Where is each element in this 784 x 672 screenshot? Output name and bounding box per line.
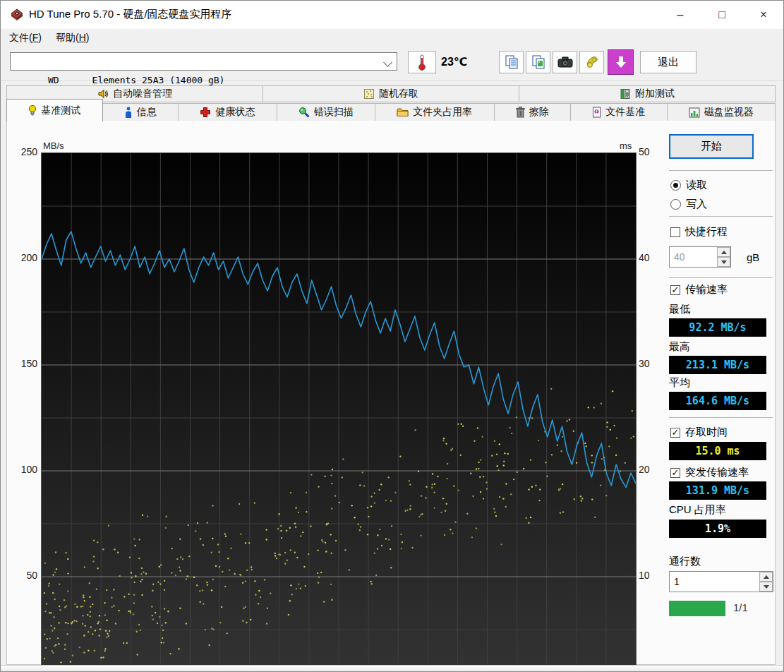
tab-file-benchmark[interactable]: 文件基准 — [571, 103, 668, 121]
burst-rate-label: 突发传输速率 — [685, 466, 749, 479]
lightbulb-icon — [28, 104, 37, 116]
min-label: 最低 — [669, 303, 690, 316]
folder-icon — [397, 107, 409, 117]
copy-text-icon — [504, 54, 519, 70]
cpu-usage-display: 1.9% — [669, 520, 766, 538]
start-button[interactable]: 开始 — [669, 134, 754, 159]
magnifier-icon — [298, 107, 310, 118]
short-stroke-value-input[interactable] — [670, 247, 722, 267]
screenshot-button[interactable] — [553, 51, 577, 73]
right-axis-tick: 10 — [639, 570, 663, 581]
read-radio[interactable] — [670, 180, 681, 191]
left-axis-tick: 200 — [9, 252, 37, 263]
short-stroke-unit-label: gB — [747, 251, 759, 263]
tab-label: 基准测试 — [41, 104, 80, 117]
temperature-button[interactable] — [408, 51, 436, 73]
right-axis-unit: ms — [620, 140, 632, 151]
benchmark-chart — [41, 152, 637, 666]
speaker-icon — [97, 88, 109, 100]
left-axis-tick: 250 — [9, 146, 37, 157]
left-axis-tick: 50 — [9, 570, 37, 581]
pass-count-spinner[interactable] — [669, 571, 773, 592]
access-time-row[interactable]: 存取时间 — [670, 426, 728, 439]
copy-image-button[interactable] — [526, 51, 550, 73]
write-radio-row[interactable]: 写入 — [670, 198, 707, 211]
transfer-rate-checkbox[interactable] — [670, 285, 680, 295]
spin-down-button[interactable] — [717, 257, 730, 267]
status-bar — [1, 665, 784, 672]
write-radio-label: 写入 — [686, 198, 707, 211]
tab-label: 文件基准 — [605, 106, 645, 119]
title-bar: HD Tune Pro 5.70 - 硬盘/固态硬盘实用程序 – □ × — [1, 1, 783, 29]
minimize-button[interactable]: – — [664, 1, 696, 29]
tab-benchmark[interactable]: 基准测试 — [6, 99, 103, 121]
tab-info[interactable]: 信息 — [103, 103, 179, 121]
toolbar: WD Elements 25A3 (14000 gB) 23℃ 退出 — [1, 45, 783, 81]
divider — [669, 216, 773, 217]
tab-label: 随机存取 — [379, 88, 418, 100]
tab-label: 擦除 — [529, 106, 549, 119]
chevron-down-icon — [383, 58, 392, 67]
spin-up-button[interactable] — [717, 247, 730, 257]
random-access-icon — [363, 88, 375, 100]
divider — [669, 170, 773, 171]
exit-button-label: 退出 — [658, 56, 679, 69]
tab-label: 磁盘监视器 — [704, 106, 754, 119]
transfer-rate-row[interactable]: 传输速率 — [670, 283, 728, 296]
tab-health[interactable]: 健康状态 — [179, 103, 277, 121]
download-button[interactable] — [608, 49, 634, 75]
pass-count-input[interactable] — [670, 572, 764, 592]
tab-folder-usage[interactable]: 文件夹占用率 — [375, 103, 495, 121]
min-value-display: 92.2 MB/s — [669, 318, 766, 337]
left-axis-tick: 100 — [9, 464, 37, 475]
tab-random-access[interactable]: 随机存取 — [263, 85, 519, 102]
bar-chart-icon — [689, 107, 700, 118]
spin-down-button[interactable] — [759, 582, 773, 592]
access-time-display: 15.0 ms — [669, 442, 766, 460]
menu-file[interactable]: 文件(F) — [5, 30, 46, 46]
tab-error-scan[interactable]: 错误扫描 — [277, 103, 376, 121]
right-axis-tick: 40 — [639, 252, 663, 263]
tab-label: 附加测试 — [635, 88, 675, 100]
spin-up-button[interactable] — [759, 572, 773, 582]
drive-select-value: WD Elements 25A3 (14000 gB) — [48, 75, 224, 85]
tab-label: 信息 — [137, 106, 157, 119]
trash-icon — [516, 107, 525, 118]
access-time-checkbox[interactable] — [670, 428, 680, 438]
health-cross-icon — [200, 107, 211, 118]
drive-select-dropdown[interactable]: WD Elements 25A3 (14000 gB) — [10, 52, 397, 71]
right-axis-tick: 50 — [639, 146, 663, 157]
copy-image-icon — [531, 54, 546, 70]
avg-label: 平均 — [669, 376, 690, 390]
avg-value-display: 164.6 MB/s — [669, 392, 766, 410]
pass-count-label: 通行数 — [669, 555, 701, 568]
menu-help[interactable]: 帮助(H) — [52, 30, 93, 46]
save-results-icon — [584, 54, 600, 70]
tab-label: 自动噪音管理 — [113, 88, 172, 100]
save-results-button[interactable] — [579, 51, 604, 73]
burst-rate-row[interactable]: 突发传输速率 — [670, 466, 749, 479]
exit-button[interactable]: 退出 — [640, 51, 696, 73]
window-title: HD Tune Pro 5.70 - 硬盘/固态硬盘实用程序 — [29, 8, 232, 21]
short-stroke-checkbox[interactable] — [670, 227, 680, 237]
short-stroke-row[interactable]: 快捷行程 — [670, 225, 728, 239]
burst-rate-display: 131.9 MB/s — [669, 481, 766, 500]
divider — [669, 417, 773, 418]
max-value-display: 213.1 MB/s — [669, 356, 766, 374]
tab-erase[interactable]: 擦除 — [495, 103, 572, 121]
maximize-button[interactable]: □ — [706, 1, 738, 29]
max-label: 最高 — [669, 340, 690, 354]
app-logo-icon — [11, 8, 23, 21]
tab-disk-monitor[interactable]: 磁盘监视器 — [668, 103, 776, 121]
transfer-rate-label: 传输速率 — [685, 283, 728, 296]
tab-extra-tests[interactable]: 附加测试 — [519, 85, 776, 102]
close-button[interactable]: × — [747, 1, 780, 29]
progress-label: 1/1 — [733, 601, 748, 613]
read-radio-row[interactable]: 读取 — [670, 179, 707, 192]
start-button-label: 开始 — [701, 140, 722, 153]
short-stroke-spinner[interactable] — [669, 246, 731, 268]
write-radio[interactable] — [670, 199, 681, 210]
divider — [669, 277, 773, 278]
burst-rate-checkbox[interactable] — [670, 468, 680, 478]
copy-text-button[interactable] — [499, 51, 524, 73]
